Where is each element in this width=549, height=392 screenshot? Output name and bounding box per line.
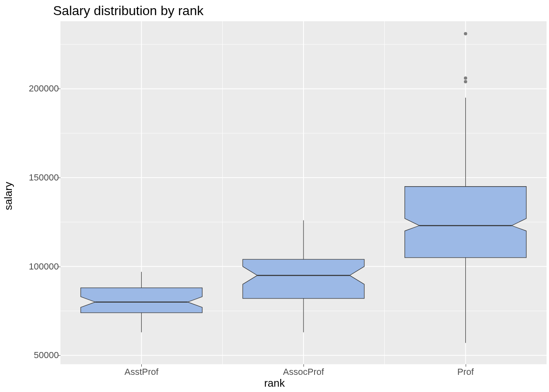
chart-container: Salary distribution by rank salary rank … bbox=[0, 0, 549, 392]
svg-marker-19 bbox=[243, 259, 364, 298]
x-tick-label: AssocProf bbox=[283, 367, 324, 377]
x-axis-label: rank bbox=[264, 377, 285, 390]
svg-marker-23 bbox=[405, 187, 526, 258]
y-axis-label: salary bbox=[2, 182, 15, 210]
plot-panel bbox=[60, 21, 547, 364]
svg-marker-15 bbox=[81, 288, 203, 313]
x-tick-label: Prof bbox=[457, 367, 473, 377]
y-tick-label: 200000 bbox=[10, 83, 59, 94]
svg-point-25 bbox=[464, 80, 467, 83]
chart-title: Salary distribution by rank bbox=[53, 3, 203, 18]
y-tick-label: 150000 bbox=[10, 172, 59, 183]
y-tick-label: 100000 bbox=[10, 261, 59, 272]
svg-point-27 bbox=[464, 32, 467, 35]
svg-point-26 bbox=[464, 76, 467, 80]
y-tick-label: 50000 bbox=[10, 350, 59, 361]
x-tick-label: AsstProf bbox=[125, 367, 158, 377]
plot-svg bbox=[60, 21, 547, 364]
